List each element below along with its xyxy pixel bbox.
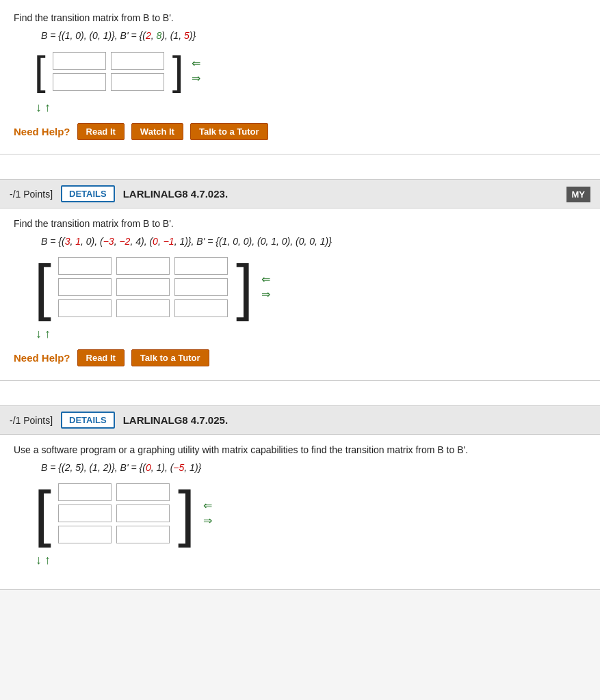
arrow-right-2[interactable]: ⇒ <box>261 289 270 300</box>
matrix-grid-3 <box>58 483 171 543</box>
arrow-left-1[interactable]: ⇐ <box>192 58 200 69</box>
arrows-ud-1: ↓ ↑ <box>36 101 586 113</box>
matrix-grid-2 <box>58 257 229 317</box>
matrix-2-r2c2[interactable] <box>174 299 228 317</box>
bracket-left-1: [ <box>34 51 46 92</box>
matrix-3: [ ] ⇐ ⇒ <box>34 483 586 544</box>
matrix-3-r2c0[interactable] <box>58 526 112 543</box>
matrix-2-r1c2[interactable] <box>174 278 228 296</box>
need-help-label-1: Need Help? <box>14 126 70 137</box>
matrix-1: [ ] ⇐ ⇒ <box>34 51 586 92</box>
section-title-3: LARLINALG8 4.7.025. <box>123 414 228 426</box>
matrix-2: [ ] ⇐ ⇒ <box>34 256 586 318</box>
arrows-ud-3: ↓ ↑ <box>36 554 586 566</box>
read-it-btn-1[interactable]: Read It <box>77 123 125 140</box>
arrow-up-3[interactable]: ↑ <box>44 554 51 566</box>
arrow-up-1[interactable]: ↑ <box>44 101 51 113</box>
arrows-ud-2: ↓ ↑ <box>36 327 586 340</box>
matrix-3-r2c1[interactable] <box>116 526 170 543</box>
problem-text-3: Use a software program or a graphing uti… <box>14 444 586 455</box>
arrow-right-3[interactable]: ⇒ <box>203 515 212 526</box>
points-label-3: -/1 Points] <box>10 415 53 426</box>
arrow-down-1[interactable]: ↓ <box>36 101 42 113</box>
arrow-left-2[interactable]: ⇐ <box>261 274 270 285</box>
need-help-label-2: Need Help? <box>14 352 70 364</box>
bracket-right-1: ] <box>172 51 184 92</box>
matrix-2-r1c1[interactable] <box>116 278 170 296</box>
bracket-right-2: ] <box>236 256 253 318</box>
arrows-lr-3: ⇐ ⇒ <box>203 500 212 526</box>
matrix-2-r0c1[interactable] <box>116 257 170 275</box>
matrix-3-r1c1[interactable] <box>116 504 170 522</box>
details-btn-3[interactable]: DETAILS <box>61 412 115 429</box>
talk-to-tutor-btn-1[interactable]: Talk to a Tutor <box>190 123 268 140</box>
matrix-1-r0c0[interactable] <box>53 52 106 70</box>
read-it-btn-2[interactable]: Read It <box>77 349 125 366</box>
arrow-right-1[interactable]: ⇒ <box>192 73 200 84</box>
matrix-3-r0c0[interactable] <box>58 483 112 501</box>
watch-it-btn-1[interactable]: Watch It <box>131 123 183 140</box>
matrix-2-r2c1[interactable] <box>116 299 170 317</box>
arrow-down-3[interactable]: ↓ <box>36 554 42 566</box>
problem-text-1: Find the transition matrix from B to B'. <box>14 12 586 23</box>
arrows-lr-2: ⇐ ⇒ <box>261 274 270 300</box>
bracket-left-2: [ <box>34 256 51 318</box>
arrow-left-3[interactable]: ⇐ <box>203 500 212 511</box>
need-help-row-1: Need Help? Read It Watch It Talk to a Tu… <box>14 123 586 140</box>
section3-header: -/1 Points] DETAILS LARLINALG8 4.7.025. <box>0 405 600 435</box>
bracket-left-3: [ <box>34 483 51 544</box>
matrix-2-r0c0[interactable] <box>58 257 112 275</box>
matrix-1-r0c1[interactable] <box>111 52 164 70</box>
matrix-2-r0c2[interactable] <box>174 257 228 275</box>
problem-text-2: Find the transition matrix from B to B'. <box>14 218 586 229</box>
matrix-3-r0c1[interactable] <box>116 483 170 501</box>
my-badge-2: MY <box>566 189 591 200</box>
arrow-down-2[interactable]: ↓ <box>36 327 42 340</box>
arrow-up-2[interactable]: ↑ <box>44 327 51 340</box>
arrows-lr-1: ⇐ ⇒ <box>192 58 200 84</box>
bracket-right-3: ] <box>178 483 195 544</box>
matrix-3-r1c0[interactable] <box>58 504 112 522</box>
details-btn-2[interactable]: DETAILS <box>61 185 115 202</box>
need-help-row-2: Need Help? Read It Talk to a Tutor <box>14 349 586 366</box>
math-line-3: B = {(2, 5), (1, 2)}, B' = {(0, 1), (−5,… <box>41 462 586 473</box>
matrix-1-r1c1[interactable] <box>111 73 164 91</box>
matrix-2-r2c0[interactable] <box>58 299 112 317</box>
section-title-2: LARLINALG8 4.7.023. <box>123 188 228 200</box>
talk-to-tutor-btn-2[interactable]: Talk to a Tutor <box>131 349 209 366</box>
math-line-2: B = {(3, 1, 0), (−3, −2, 4), (0, −1, 1)}… <box>41 236 586 247</box>
matrix-grid-1 <box>53 52 166 91</box>
points-label-2: -/1 Points] <box>10 189 53 200</box>
math-line-1: B = {(1, 0), (0, 1)}, B' = {(2, 8), (1, … <box>41 30 586 41</box>
section2-header: -/1 Points] DETAILS LARLINALG8 4.7.023. … <box>0 179 600 208</box>
matrix-2-r1c0[interactable] <box>58 278 112 296</box>
matrix-1-r1c0[interactable] <box>53 73 106 91</box>
